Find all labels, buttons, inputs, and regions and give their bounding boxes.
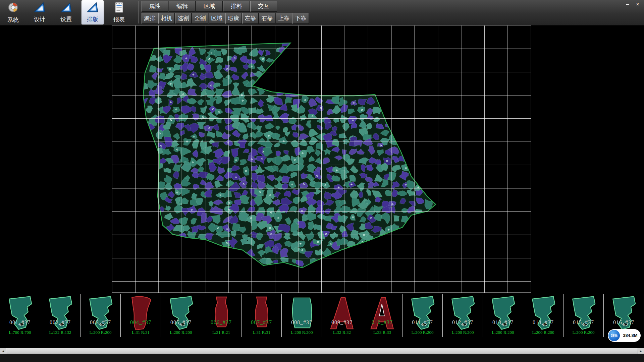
piece-name: 002_#37 (40, 319, 80, 325)
piece-lr-count: L:200 R:200 (443, 330, 483, 335)
piece-thumbnail-4[interactable]: 004_#37L:31 R:31 (121, 294, 161, 337)
piece-name: 001_#37 (0, 319, 40, 325)
gear-icon (7, 1, 19, 15)
piece-name: 005_#37 (161, 319, 201, 325)
app-toolbar: 系统设计设置排版报表 (2, 0, 130, 25)
piece-name: 006_#37 (201, 319, 241, 325)
piece-name: 014_#37 (523, 319, 563, 325)
app-button-report[interactable]: 报表 (108, 0, 130, 24)
tool-button-1[interactable]: 聚排 (142, 13, 158, 24)
ruler-icon (60, 2, 72, 15)
horizontal-scrollbar[interactable]: ◄ ► (0, 348, 644, 354)
tool-button-10[interactable]: 下靠 (292, 13, 309, 24)
piece-shape (206, 295, 237, 332)
menu-tab-2[interactable]: 编辑 (169, 1, 196, 12)
nesting-canvas[interactable] (0, 25, 644, 294)
piece-shape (447, 295, 478, 332)
tool-button-3[interactable]: 选割 (175, 13, 192, 24)
piece-lr-count: L:32 R:32 (322, 330, 362, 335)
piece-shape (5, 295, 36, 332)
menu-tab-4[interactable]: 排料 (223, 1, 250, 12)
app-button-label: 设置 (60, 15, 72, 23)
piece-lr-count: L:200 R:200 (161, 330, 201, 335)
piece-name: 010_#37 (362, 319, 402, 325)
menu-tab-row: 属性编辑区域排料交互 (142, 1, 277, 12)
piece-name: 008_#37 (282, 319, 322, 325)
piece-thumbnail-9[interactable]: 009_#37L:32 R:32 (322, 294, 362, 337)
piece-thumbnail-13[interactable]: 013_#37L:200 R:200 (483, 294, 523, 337)
menu-tab-5[interactable]: 交互 (250, 1, 277, 12)
app-button-system[interactable]: 系统 (2, 0, 24, 24)
menu-tab-1[interactable]: 属性 (142, 1, 168, 12)
tool-button-6[interactable]: 瑕疵 (225, 13, 242, 24)
piece-lr-count: L:200 R:200 (483, 330, 523, 335)
tool-button-9[interactable]: 上靠 (276, 13, 292, 24)
app-button-label: 排版 (87, 15, 98, 23)
bottom-band (0, 354, 644, 362)
piece-shape (246, 295, 277, 332)
piece-thumbnail-6[interactable]: 006_#37L:21 R:21 (201, 294, 241, 337)
piece-name: 016_#37 (604, 319, 644, 325)
title-bar: 系统设计设置排版报表 属性编辑区域排料交互 聚排相机选割全割区域瑕疵左靠右靠上靠… (0, 0, 644, 25)
piece-shape (488, 295, 519, 332)
piece-name: 003_#37 (80, 319, 120, 325)
progress-indicator: 38% (608, 330, 620, 341)
piece-lr-count: L:33 R:33 (362, 330, 402, 335)
piece-thumbnail-5[interactable]: 005_#37L:200 R:200 (161, 294, 201, 337)
piece-lr-count: L:200 R:200 (402, 330, 442, 335)
menu-tab-3[interactable]: 区域 (196, 1, 223, 12)
tool-button-7[interactable]: 左靠 (242, 13, 259, 24)
toolbar-divider (138, 1, 139, 23)
piece-thumbnail-10[interactable]: 010_#37L:33 R:33 (362, 294, 402, 337)
tool-button-8[interactable]: 右靠 (259, 13, 275, 24)
piece-thumbnail-14[interactable]: 014_#37L:200 R:200 (523, 294, 564, 337)
piece-shape (45, 295, 76, 332)
pieces-strip: 001_#37L:700 R:700002_#37L:132 R:132003_… (0, 294, 644, 337)
tool-button-5[interactable]: 区域 (209, 13, 225, 24)
piece-shape (568, 295, 599, 332)
scrollbar-thumb[interactable] (6, 348, 638, 354)
piece-shape (327, 295, 358, 332)
piece-shape (367, 295, 398, 332)
piece-thumbnail-8[interactable]: 008_#37L:200 R:200 (282, 294, 322, 337)
progress-percent: 38% (611, 334, 618, 338)
piece-lr-count: L:200 R:200 (80, 330, 120, 335)
piece-thumbnail-3[interactable]: 003_#37L:200 R:200 (80, 294, 121, 337)
piece-lr-count: L:31 R:31 (241, 330, 281, 335)
ruler-icon (86, 2, 99, 15)
piece-name: 004_#37 (121, 319, 161, 325)
close-button[interactable]: × (633, 1, 642, 8)
piece-shape (286, 295, 317, 332)
tool-button-2[interactable]: 相机 (158, 13, 175, 24)
memory-status-pill: 38% 384.8M (608, 329, 641, 342)
piece-name: 007_#37 (241, 319, 281, 325)
app-button-settings[interactable]: 设置 (55, 0, 77, 24)
app-button-layout[interactable]: 排版 (82, 0, 104, 24)
memory-usage: 384.8M (621, 329, 640, 342)
piece-thumbnail-2[interactable]: 002_#37L:132 R:132 (40, 294, 80, 337)
app-button-label: 报表 (113, 16, 125, 23)
piece-thumbnail-1[interactable]: 001_#37L:700 R:700 (0, 294, 40, 337)
piece-thumbnail-12[interactable]: 012_#37L:200 R:200 (443, 294, 483, 337)
nesting-svg (0, 25, 644, 294)
piece-name: 013_#37 (483, 319, 523, 325)
tool-button-4[interactable]: 全割 (192, 13, 208, 24)
piece-name: 009_#37 (322, 319, 362, 325)
ruler-icon (33, 2, 46, 15)
piece-lr-count: L:21 R:21 (201, 330, 241, 335)
minimize-button[interactable]: – (623, 1, 632, 8)
scroll-right-arrow[interactable]: ► (638, 348, 644, 354)
piece-shape (166, 295, 197, 332)
piece-thumbnail-11[interactable]: 011_#37L:200 R:200 (402, 294, 443, 337)
piece-lr-count: L:132 R:132 (40, 330, 80, 335)
piece-name: 011_#37 (402, 319, 442, 325)
piece-lr-count: L:200 R:200 (523, 330, 563, 335)
piece-shape (608, 295, 639, 332)
piece-lr-count: L:200 R:200 (282, 330, 322, 335)
scroll-left-arrow[interactable]: ◄ (0, 348, 6, 354)
piece-lr-count: L:31 R:31 (121, 330, 161, 335)
app-button-design[interactable]: 设计 (29, 0, 51, 24)
piece-thumbnail-15[interactable]: 015_#37L:200 R:200 (564, 294, 604, 337)
report-icon (113, 1, 125, 15)
piece-thumbnail-7[interactable]: 007_#37L:31 R:31 (241, 294, 282, 337)
